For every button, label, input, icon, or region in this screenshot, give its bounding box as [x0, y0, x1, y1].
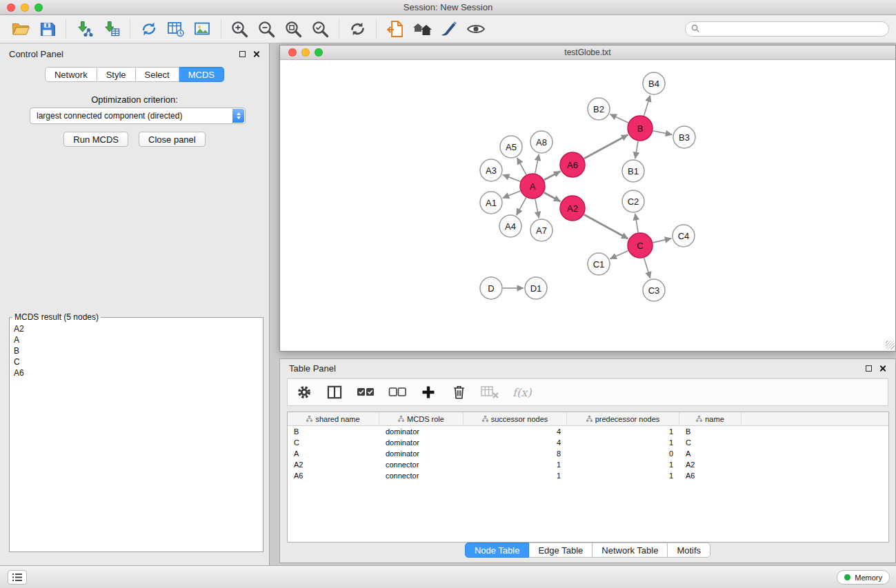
graph-edge-A-A8[interactable] — [535, 154, 539, 174]
graph-edge-C-C2[interactable] — [635, 214, 638, 232]
network-canvas[interactable]: B4B2BB3A5A8A6B1A3AC2A1A2A4A7C4CC1C3DD1 — [280, 60, 895, 350]
float-panel-icon[interactable] — [239, 51, 246, 57]
apply-style-icon[interactable] — [435, 18, 462, 40]
criterion-dropdown[interactable]: largest connected component (directed) — [30, 108, 246, 124]
graph-edge-A-A3[interactable] — [503, 174, 521, 181]
delete-row-icon[interactable] — [450, 383, 467, 402]
network-window-titlebar[interactable]: testGlobe.txt — [280, 45, 895, 60]
minimize-window-button[interactable] — [21, 3, 29, 12]
graph-edge-A6-B[interactable] — [584, 135, 628, 159]
graph-edge-B-B2[interactable] — [610, 114, 628, 123]
table-row[interactable]: Adominator80A — [288, 448, 888, 459]
home-views-icon[interactable] — [408, 18, 435, 40]
graph-edge-A-A2[interactable] — [544, 192, 561, 201]
export-image-icon[interactable] — [189, 18, 216, 40]
graph-edge-A2-C[interactable] — [584, 214, 628, 239]
close-panel-button[interactable]: Close panel — [139, 132, 206, 147]
tab-network-table[interactable]: Network Table — [593, 543, 668, 558]
tab-edge-table[interactable]: Edge Table — [529, 543, 593, 558]
table-settings-icon[interactable] — [296, 383, 312, 402]
graph-node-A7[interactable]: A7 — [530, 219, 552, 241]
task-history-button[interactable] — [8, 570, 27, 585]
tab-style[interactable]: Style — [97, 67, 136, 82]
open-folder-icon[interactable] — [7, 18, 34, 40]
tab-network[interactable]: Network — [45, 67, 97, 82]
table-row[interactable]: Bdominator41B — [288, 426, 888, 437]
graph-edge-A-A4[interactable] — [517, 198, 526, 216]
refresh-icon[interactable] — [344, 18, 371, 40]
graph-node-C3[interactable]: C3 — [643, 279, 665, 301]
graph-node-A8[interactable]: A8 — [530, 131, 552, 153]
close-panel-icon[interactable] — [252, 50, 260, 58]
result-item[interactable]: C — [14, 356, 263, 367]
resize-handle[interactable] — [886, 341, 895, 349]
show-hide-icon[interactable] — [462, 18, 489, 40]
save-icon[interactable] — [34, 18, 61, 40]
graph-node-C1[interactable]: C1 — [588, 253, 610, 275]
add-row-icon[interactable] — [420, 383, 437, 402]
graph-node-B4[interactable]: B4 — [643, 72, 665, 94]
graph-node-A3[interactable]: A3 — [480, 159, 502, 181]
new-table-icon[interactable] — [162, 18, 189, 40]
graph-edge-C-C1[interactable] — [610, 251, 628, 259]
search-box[interactable] — [685, 21, 889, 37]
network-minimize-button[interactable] — [301, 48, 310, 57]
tab-select[interactable]: Select — [136, 67, 179, 82]
column-header-MCDS-role[interactable]: MCDS role — [379, 412, 464, 425]
graph-edge-A-A7[interactable] — [535, 199, 539, 219]
network-canvas-svg[interactable]: B4B2BB3A5A8A6B1A3AC2A1A2A4A7C4CC1C3DD1 — [280, 60, 895, 350]
close-window-button[interactable] — [7, 3, 15, 12]
import-network-icon[interactable] — [71, 18, 98, 40]
result-item[interactable]: A2 — [14, 323, 263, 334]
graph-edge-C-C4[interactable] — [653, 239, 672, 243]
deselect-all-icon[interactable] — [388, 383, 406, 402]
column-header-predecessor-nodes[interactable]: predecessor nodes — [567, 412, 679, 425]
graph-node-D[interactable]: D — [480, 277, 502, 299]
graph-node-B3[interactable]: B3 — [673, 126, 695, 148]
network-close-button[interactable] — [288, 48, 297, 57]
result-item[interactable]: A — [14, 334, 263, 345]
select-all-icon[interactable] — [357, 383, 375, 402]
run-mcds-button[interactable]: Run MCDS — [63, 132, 128, 147]
graph-node-C[interactable]: C — [628, 233, 653, 258]
graph-node-A6[interactable]: A6 — [560, 152, 585, 177]
graph-edge-A-A6[interactable] — [544, 171, 561, 180]
graph-node-B2[interactable]: B2 — [588, 98, 610, 120]
graph-edge-A-A5[interactable] — [517, 158, 526, 175]
column-header-shared-name[interactable]: shared name — [288, 412, 379, 425]
zoom-in-icon[interactable] — [226, 18, 253, 40]
table-row[interactable]: Cdominator41C — [288, 437, 888, 448]
tab-node-table[interactable]: Node Table — [465, 543, 530, 558]
tab-motifs[interactable]: Motifs — [668, 543, 710, 558]
graph-node-A1[interactable]: A1 — [480, 192, 502, 214]
zoom-selected-icon[interactable] — [307, 18, 334, 40]
zoom-fit-icon[interactable] — [280, 18, 307, 40]
table-row[interactable]: A2connector11A2 — [288, 459, 888, 470]
new-network-icon[interactable] — [135, 18, 162, 40]
graph-node-A4[interactable]: A4 — [499, 215, 521, 237]
graph-node-B1[interactable]: B1 — [622, 160, 644, 182]
import-table-icon[interactable] — [98, 18, 125, 40]
float-table-panel-icon[interactable] — [866, 365, 872, 372]
graph-node-A[interactable]: A — [520, 174, 545, 199]
graph-edge-A-A1[interactable] — [503, 191, 521, 198]
result-item[interactable]: A6 — [14, 367, 263, 378]
zoom-window-button[interactable] — [34, 3, 43, 12]
graph-edge-B-B4[interactable] — [644, 95, 650, 116]
result-item[interactable]: B — [14, 345, 263, 356]
search-input[interactable] — [703, 24, 883, 34]
table-row[interactable]: A6connector11A6 — [288, 470, 888, 481]
graph-edge-C-C3[interactable] — [644, 258, 650, 278]
graph-node-D1[interactable]: D1 — [525, 277, 547, 299]
column-header-successor-nodes[interactable]: successor nodes — [464, 412, 567, 425]
close-table-panel-icon[interactable] — [879, 365, 886, 372]
graph-edge-B-B3[interactable] — [653, 131, 673, 135]
column-header-name[interactable]: name — [679, 412, 741, 425]
graph-node-C4[interactable]: C4 — [673, 225, 695, 247]
memory-button[interactable]: Memory — [837, 570, 890, 585]
graph-node-A5[interactable]: A5 — [500, 136, 522, 158]
graph-node-C2[interactable]: C2 — [622, 190, 644, 212]
annotation-document-icon[interactable] — [381, 18, 408, 40]
zoom-out-icon[interactable] — [253, 18, 280, 40]
tab-mcds[interactable]: MCDS — [179, 67, 224, 82]
